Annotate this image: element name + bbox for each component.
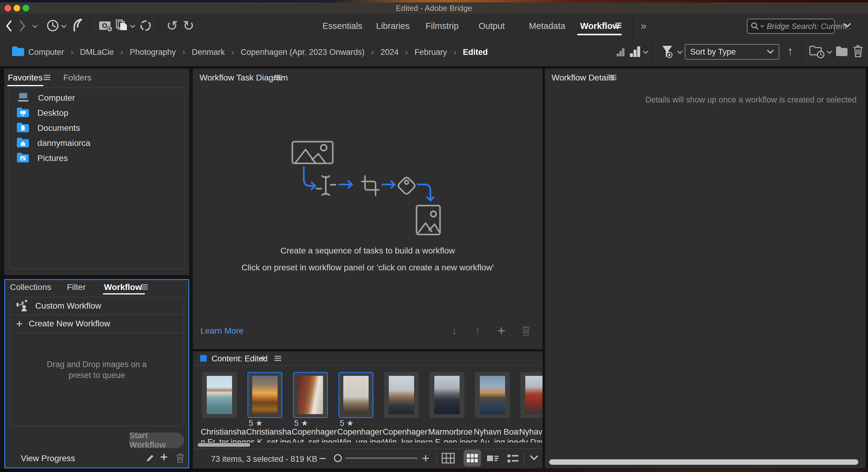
tab-overflow-button[interactable]: » xyxy=(641,20,647,32)
thumbnail-view-button-active[interactable] xyxy=(464,450,481,467)
redo-icon[interactable]: ↻ xyxy=(183,18,194,34)
content-horizontal-scrollbar[interactable] xyxy=(198,443,250,447)
star-rating: 5 ★ xyxy=(340,418,354,428)
get-photos-camera-icon[interactable] xyxy=(98,19,113,34)
zoom-out-icon[interactable]: − xyxy=(319,452,327,465)
edit-pencil-icon[interactable] xyxy=(146,453,155,464)
delete-trash-icon[interactable] xyxy=(852,44,864,59)
content-add-icon[interactable]: + xyxy=(260,352,266,365)
quality-chevron-icon[interactable] xyxy=(643,50,649,56)
add-workflow-icon[interactable]: + xyxy=(160,449,168,465)
filter-chevron-icon[interactable] xyxy=(677,50,683,56)
forward-icon[interactable] xyxy=(19,19,27,34)
thumbnail-tile[interactable] xyxy=(521,372,542,418)
tab-workflow[interactable]: Workflow xyxy=(104,282,142,292)
add-task-icon[interactable]: + xyxy=(497,322,505,339)
sidebar-item-home[interactable]: dannymaiorca xyxy=(9,136,184,151)
breadcrumb-item[interactable]: Copenhagen (Apr. 2023 Onwards) xyxy=(241,48,364,57)
thumbnail-quality-high-icon[interactable] xyxy=(629,45,641,59)
content-panel-title: Content: Edited xyxy=(212,354,268,364)
file-name-line1: Nyhavn xyxy=(519,428,542,437)
learn-more-link[interactable]: Learn More xyxy=(200,326,244,336)
boomerang-return-icon[interactable] xyxy=(72,18,83,33)
details-horizontal-scrollbar[interactable] xyxy=(549,459,858,465)
thumbnail-tile[interactable] xyxy=(384,372,419,418)
details-panel-menu-icon[interactable] xyxy=(609,74,617,82)
tab-collections[interactable]: Collections xyxy=(10,282,51,292)
history-chevron-icon[interactable] xyxy=(61,24,67,30)
zoom-in-icon[interactable]: + xyxy=(422,452,430,465)
nav-dropdown-chevron-icon[interactable] xyxy=(32,24,38,30)
start-workflow-button[interactable]: Start Workflow xyxy=(129,433,184,448)
workflow-panel-menu-icon[interactable] xyxy=(140,284,149,291)
thumbnail-tile[interactable] xyxy=(202,372,237,418)
tab-filmstrip[interactable]: Filmstrip xyxy=(426,21,459,31)
tab-favorites[interactable]: Favorites xyxy=(8,73,42,83)
breadcrumb-separator: › xyxy=(405,48,408,57)
pathbar-divider xyxy=(801,42,802,61)
breadcrumb-item-current[interactable]: Edited xyxy=(463,48,488,57)
breadcrumb-item[interactable]: DMLaCie xyxy=(80,48,114,57)
photo-thumbnail xyxy=(434,376,460,414)
breadcrumb-item[interactable]: 2024 xyxy=(380,48,398,57)
folder-desktop-icon xyxy=(16,107,30,119)
tab-folders[interactable]: Folders xyxy=(63,73,91,83)
breadcrumb-item[interactable]: Computer xyxy=(28,48,64,57)
grid-view-icon[interactable] xyxy=(441,453,455,465)
tab-libraries[interactable]: Libraries xyxy=(376,21,410,31)
move-down-icon[interactable]: ↓ xyxy=(452,324,457,337)
thumbnail-size-slider-thumb[interactable] xyxy=(334,454,342,462)
breadcrumb-item[interactable]: Photography xyxy=(130,48,176,57)
tab-metadata[interactable]: Metadata xyxy=(529,21,565,31)
breadcrumb-item[interactable]: February xyxy=(414,48,447,57)
thumbnail-tile-selected[interactable] xyxy=(338,372,373,418)
view-options-chevron-icon[interactable] xyxy=(530,455,538,462)
favorites-panel-menu-icon[interactable] xyxy=(43,74,51,82)
tab-essentials[interactable]: Essentials xyxy=(322,21,362,31)
sort-direction-up-icon[interactable]: ↑ xyxy=(787,44,793,58)
thumbnail-tile-selected[interactable] xyxy=(293,372,328,418)
refresh-sync-icon[interactable] xyxy=(139,19,152,33)
bridge-search-input[interactable]: Bridge Search: Current . xyxy=(747,19,835,34)
content-selected-indicator xyxy=(200,355,207,362)
history-icon[interactable] xyxy=(46,19,60,34)
delete-task-trash-icon[interactable] xyxy=(521,325,530,338)
thumbnail-quality-low-icon[interactable] xyxy=(615,47,625,58)
filter-star-icon[interactable] xyxy=(661,44,676,60)
details-view-icon[interactable] xyxy=(487,453,499,465)
diagram-panel-menu-icon[interactable] xyxy=(274,74,282,82)
sidebar-item-desktop[interactable]: Desktop xyxy=(9,105,184,121)
delete-workflow-trash-icon[interactable] xyxy=(176,453,185,465)
recent-files-folder-clock-icon[interactable] xyxy=(809,45,825,60)
view-progress-link[interactable]: View Progress xyxy=(21,453,75,463)
tab-filter[interactable]: Filter xyxy=(67,282,86,292)
desktop-wallpaper-bottom xyxy=(0,469,868,472)
sidebar-item-computer[interactable]: Computer xyxy=(9,90,184,105)
search-options-chevron-icon[interactable] xyxy=(843,23,851,29)
workflow-tab-menu-icon[interactable] xyxy=(614,22,623,30)
preset-create-new-workflow[interactable]: + Create New Workflow xyxy=(10,315,184,333)
copy-chevron-icon[interactable] xyxy=(130,24,135,30)
thumbnail-tile[interactable] xyxy=(430,372,464,418)
file-name-line2: s Au..ing.jpeg xyxy=(474,438,519,442)
preset-custom-workflow[interactable]: Custom Workflow xyxy=(10,297,184,315)
undo-icon[interactable]: ↺ xyxy=(166,18,178,34)
thumbnail-tile[interactable] xyxy=(475,372,510,418)
breadcrumb-item[interactable]: Denmark xyxy=(192,48,225,57)
tab-output[interactable]: Output xyxy=(478,21,505,31)
sidebar-item-pictures[interactable]: Pictures xyxy=(9,151,184,166)
content-panel-menu-icon[interactable] xyxy=(274,355,282,363)
copy-files-icon[interactable] xyxy=(115,19,129,34)
back-icon[interactable] xyxy=(5,19,13,34)
sidebar-item-documents[interactable]: Documents xyxy=(9,121,184,136)
file-name-line1: Marmorbroe xyxy=(428,428,473,437)
pathbar-divider xyxy=(652,42,653,61)
thumbnail-size-slider-track[interactable] xyxy=(345,458,418,459)
tab-workflow[interactable]: Workflow xyxy=(580,21,619,31)
thumbnail-tile-selected[interactable] xyxy=(247,372,282,418)
new-folder-icon[interactable] xyxy=(835,46,848,58)
sort-select[interactable]: Sort by Type xyxy=(685,44,779,60)
list-view-icon[interactable] xyxy=(507,453,519,465)
recent-chevron-icon[interactable] xyxy=(827,50,832,56)
move-up-icon[interactable]: ↑ xyxy=(475,324,480,337)
